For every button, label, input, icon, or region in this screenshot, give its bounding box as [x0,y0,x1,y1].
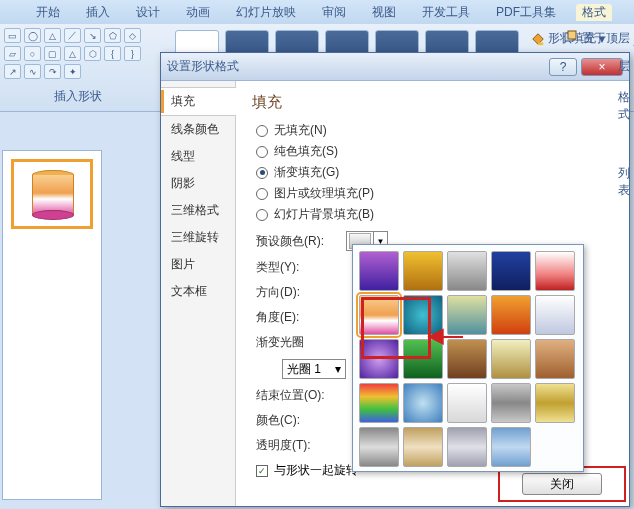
preset-swatch[interactable] [535,295,575,335]
preset-swatch[interactable] [359,251,399,291]
close-label: 关闭 [550,476,574,493]
direction-label: 方向(D): [256,284,338,301]
preset-label: 预设颜色(R): [256,233,338,250]
nav-line-style[interactable]: 线型 [161,143,235,170]
bring-to-front-button[interactable]: 置于顶层 [564,30,630,47]
preset-swatch[interactable] [359,383,399,423]
preset-swatch[interactable] [491,295,531,335]
shape-icon[interactable]: ↗ [4,64,21,79]
preset-swatch[interactable] [491,383,531,423]
preset-swatch[interactable] [403,383,443,423]
preset-swatch[interactable] [447,383,487,423]
radio-label: 纯色填充(S) [274,143,338,160]
arrow-left-icon: ◀— [428,323,463,347]
shape-icon[interactable]: △ [44,28,61,43]
shape-icon[interactable]: ⬡ [84,46,101,61]
tab-design[interactable]: 设计 [130,4,166,21]
svg-rect-2 [568,31,576,39]
shape-icon[interactable]: ▭ [4,28,21,43]
shape-icon[interactable]: ⬠ [104,28,121,43]
shape-icon[interactable]: ◯ [24,28,41,43]
nav-picture[interactable]: 图片 [161,251,235,278]
preset-swatch[interactable] [403,427,443,467]
nav-shadow[interactable]: 阴影 [161,170,235,197]
layers-icon [564,30,578,47]
radio-icon [256,167,268,179]
shape-icon[interactable]: ／ [64,28,81,43]
preset-swatch[interactable] [359,427,399,467]
tab-pdf[interactable]: PDF工具集 [490,4,562,21]
color-label: 颜色(C): [256,412,338,429]
shape-icon[interactable]: ▱ [4,46,21,61]
radio-label: 渐变填充(G) [274,164,339,181]
preset-grid [359,251,577,467]
svg-rect-0 [538,42,543,45]
shapes-group-label: 插入形状 [4,88,151,105]
radio-label: 幻灯片背景填充(B) [274,206,374,223]
preset-color-popup: ◀— [352,244,584,472]
slides-panel[interactable] [2,150,102,500]
preset-swatch[interactable] [535,383,575,423]
shape-icon[interactable]: ↷ [44,64,61,79]
nav-3d-rotation[interactable]: 三维旋转 [161,224,235,251]
checkbox-label: 与形状一起旋转 [274,462,358,479]
shape-icon[interactable]: ◇ [124,28,141,43]
stop-combo[interactable]: 光圈 1▾ [282,359,346,379]
tab-view[interactable]: 视图 [366,4,402,21]
close-button[interactable]: 关闭 [522,473,602,495]
shapes-gallery[interactable]: ▭ ◯ △ ／ ↘ ⬠ ◇ ▱ ○ ▢ △ ⬡ { } ↗ ∿ ↷ ✦ 插入形状 [0,24,155,111]
section-title: 填充 [252,93,613,112]
shape-icon[interactable]: △ [64,46,81,61]
radio-label: 无填充(N) [274,122,327,139]
dialog-nav: 填充 线条颜色 线型 阴影 三维格式 三维旋转 图片 文本框 [161,81,236,506]
preset-swatch[interactable] [491,251,531,291]
shape-icon[interactable]: ○ [24,46,41,61]
tab-insert[interactable]: 插入 [80,4,116,21]
preset-swatch[interactable] [491,427,531,467]
nav-line-color[interactable]: 线条颜色 [161,116,235,143]
help-button[interactable]: ? [549,58,577,76]
radio-icon [256,146,268,158]
type-label: 类型(Y): [256,259,338,276]
bring-to-front-label: 置于顶层 [582,30,630,47]
radio-icon [256,209,268,221]
ribbon-tabs: 开始 插入 设计 动画 幻灯片放映 审阅 视图 开发工具 PDF工具集 格式 [0,0,634,24]
radio-slide-bg-fill[interactable]: 幻灯片背景填充(B) [256,206,613,223]
radio-solid-fill[interactable]: 纯色填充(S) [256,143,613,160]
nav-3d-format[interactable]: 三维格式 [161,197,235,224]
preset-swatch[interactable] [535,251,575,291]
preset-swatch[interactable] [535,339,575,379]
tab-dev[interactable]: 开发工具 [416,4,476,21]
preset-swatch[interactable] [447,251,487,291]
radio-gradient-fill[interactable]: 渐变填充(G) [256,164,613,181]
tab-anim[interactable]: 动画 [180,4,216,21]
stop-value: 光圈 1 [287,361,321,378]
dialog-title: 设置形状格式 [167,58,545,75]
radio-no-fill[interactable]: 无填充(N) [256,122,613,139]
radio-picture-fill[interactable]: 图片或纹理填充(P) [256,185,613,202]
preset-swatch[interactable] [491,339,531,379]
nav-fill[interactable]: 填充 [161,87,235,116]
close-icon: × [598,60,605,74]
shape-icon[interactable]: ▢ [44,46,61,61]
shape-icon[interactable]: ↘ [84,28,101,43]
tab-slideshow[interactable]: 幻灯片放映 [230,4,302,21]
dialog-titlebar[interactable]: 设置形状格式 ? × [161,53,629,81]
preset-swatch[interactable] [403,251,443,291]
tab-home[interactable]: 开始 [30,4,66,21]
tab-review[interactable]: 审阅 [316,4,352,21]
transparency-label: 透明度(T): [256,437,338,454]
slide-thumbnail[interactable] [11,159,93,229]
nav-textbox[interactable]: 文本框 [161,278,235,305]
tab-format[interactable]: 格式 [576,4,612,21]
shape-icon[interactable]: } [124,46,141,61]
shape-icon[interactable]: ∿ [24,64,41,79]
stop-pos-label: 结束位置(O): [256,387,338,404]
preset-swatch[interactable] [359,339,399,379]
chevron-down-icon: ▾ [335,362,341,376]
preset-swatch[interactable] [359,295,399,335]
paint-bucket-icon [531,32,545,46]
shape-icon[interactable]: { [104,46,121,61]
shape-icon[interactable]: ✦ [64,64,81,79]
preset-swatch[interactable] [447,427,487,467]
